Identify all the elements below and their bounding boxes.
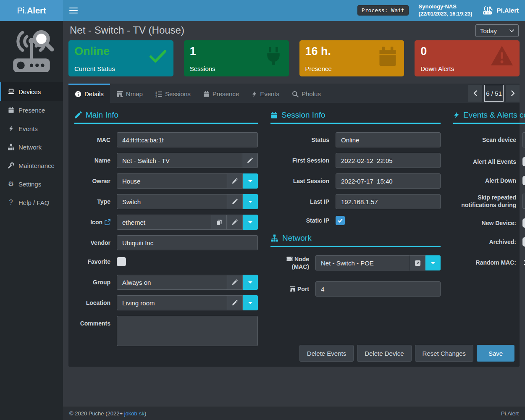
events-alerts-section-title: Events & Alerts config [453, 110, 525, 124]
last-session-input[interactable] [336, 173, 441, 189]
tab-label: Events [260, 90, 279, 97]
delete-device-button[interactable]: Delete Device [357, 345, 411, 362]
calendar-icon [203, 91, 210, 97]
open-node-button[interactable] [410, 255, 425, 270]
calendar-icon [270, 111, 278, 119]
period-select[interactable]: Today [475, 24, 519, 37]
sidebar-item-settings[interactable]: ⚙ Settings [0, 175, 63, 193]
caret-down-icon [248, 221, 252, 223]
owner-dropdown-button[interactable] [243, 173, 258, 189]
field-location: Location [74, 295, 258, 310]
bolt-icon [252, 91, 257, 97]
sidebar-item-network[interactable]: Network [0, 138, 63, 156]
delete-events-button[interactable]: Delete Events [299, 345, 354, 362]
edit-name-button[interactable] [242, 153, 258, 168]
shuffle-icon [522, 259, 525, 267]
save-button[interactable]: Save [477, 345, 514, 362]
bolt-icon [453, 111, 459, 119]
pencil-icon [232, 219, 238, 225]
server-icon [286, 256, 293, 262]
field-vendor: Vendor [74, 235, 258, 250]
reset-changes-button[interactable]: Reset Changes [415, 345, 473, 362]
chevron-down-icon [509, 29, 514, 32]
edit-group-button[interactable] [227, 275, 243, 290]
tab-nmap[interactable]: Nmap [110, 84, 149, 103]
caret-down-icon [431, 262, 435, 264]
chevron-right-icon [510, 90, 515, 97]
menu-toggle-button[interactable] [69, 6, 78, 15]
wrench-icon [7, 162, 15, 169]
mac-input[interactable] [117, 132, 258, 147]
sidebar-item-maintenance[interactable]: Maintenance [0, 156, 63, 175]
pager-position: 6 / 51 [484, 85, 504, 102]
sidebar-item-presence[interactable]: Presence [0, 101, 63, 119]
copy-icon-button[interactable] [211, 215, 227, 230]
sidebar-item-label: Network [18, 144, 42, 151]
vendor-input[interactable] [117, 235, 258, 250]
edit-icon-button[interactable] [227, 215, 243, 230]
icon-dropdown-button[interactable] [243, 215, 258, 230]
port-input[interactable] [315, 281, 441, 297]
static-ip-checkbox[interactable] [336, 216, 345, 225]
sidebar-item-label: Devices [18, 88, 41, 95]
owner-input[interactable] [117, 173, 227, 189]
process-status-badge: Process: Wait [357, 5, 409, 16]
field-group: Group [74, 275, 258, 290]
archway-icon [116, 91, 123, 97]
last-ip-input[interactable] [336, 194, 441, 209]
field-last-ip: Last IP [270, 194, 441, 209]
tab-pholus[interactable]: Pholus [286, 84, 327, 103]
status-input[interactable] [336, 132, 441, 147]
sidebar-item-label: Help / FAQ [18, 199, 49, 206]
sidebar-item-devices[interactable]: Devices [0, 82, 63, 101]
comments-textarea[interactable] [117, 316, 258, 346]
copy-icon [216, 219, 222, 226]
node-dropdown-button[interactable] [425, 255, 441, 270]
type-input[interactable] [117, 194, 227, 209]
icon-input[interactable] [117, 215, 211, 230]
tab-events[interactable]: Events [245, 84, 286, 103]
favorite-checkbox[interactable] [117, 257, 126, 266]
network-icon [270, 234, 278, 242]
scan-device-select[interactable]: yes [522, 132, 525, 147]
sidebar-item-events[interactable]: Events [0, 119, 63, 138]
external-link-icon[interactable] [105, 219, 110, 225]
check-icon [149, 49, 167, 64]
skip-notifications-select[interactable]: 0 h (notify all event [522, 194, 525, 209]
location-input[interactable] [117, 295, 227, 310]
alert-down-checkbox[interactable] [522, 176, 525, 185]
search-icon [292, 91, 299, 97]
network-icon [7, 144, 15, 150]
prev-device-button[interactable] [468, 85, 482, 102]
name-input[interactable] [117, 153, 242, 168]
footer-author-link[interactable]: jokob-sk [124, 410, 144, 417]
field-name: Name [74, 153, 258, 168]
tab-sessions[interactable]: 123 Sessions [149, 84, 197, 103]
field-new-device: New Device: [453, 217, 525, 229]
status-card-current-status: Online Current Status [68, 40, 173, 76]
type-dropdown-button[interactable] [243, 194, 258, 209]
alert-all-events-checkbox[interactable] [522, 157, 525, 166]
first-session-input[interactable] [336, 153, 441, 168]
group-dropdown-button[interactable] [243, 275, 258, 290]
location-dropdown-button[interactable] [243, 295, 258, 310]
card-label: Sessions [190, 65, 215, 72]
edit-owner-button[interactable] [227, 173, 243, 189]
group-input[interactable] [117, 275, 227, 290]
field-last-session: Last Session [270, 173, 441, 189]
archived-checkbox[interactable] [522, 237, 525, 247]
tab-presence[interactable]: Presence [197, 84, 245, 103]
sidebar-item-help[interactable]: ? Help / FAQ [0, 193, 63, 212]
new-device-checkbox[interactable] [522, 218, 525, 228]
edit-location-button[interactable] [227, 295, 243, 310]
tab-details[interactable]: Details [68, 84, 110, 103]
footer-brand: Pi.Alert [501, 410, 519, 417]
field-archived: Archived: [453, 236, 525, 248]
next-device-button[interactable] [506, 85, 520, 102]
brand-logo[interactable]: Pi.Alert [0, 0, 63, 21]
pencil-icon [232, 300, 238, 306]
edit-type-button[interactable] [227, 194, 243, 209]
bolt-icon [7, 125, 15, 132]
pencil-icon [232, 279, 238, 285]
node-input[interactable] [315, 255, 410, 270]
